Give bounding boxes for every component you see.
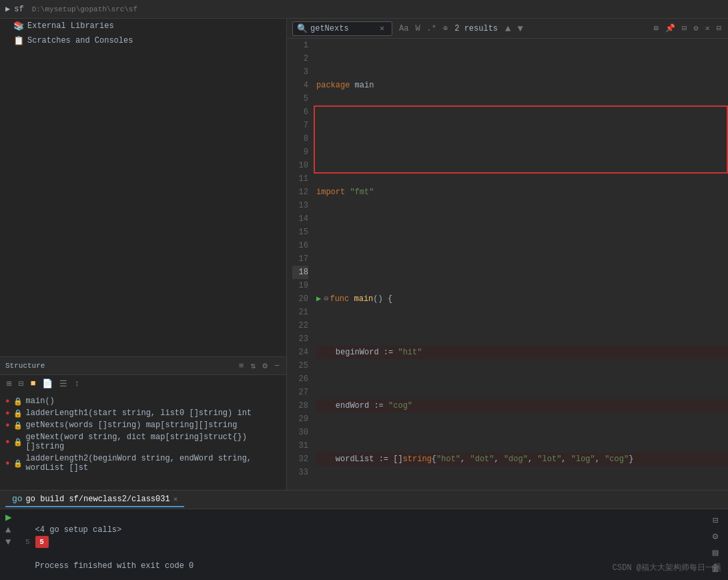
struct-error-icon-4: ● bbox=[5, 459, 10, 467]
struct-collapse-icon[interactable]: ⊟ bbox=[17, 378, 25, 390]
terminal-controls-left: ▶ ▲ ▼ bbox=[5, 512, 25, 577]
structure-content: ● 🔒 main() ● 🔒 ladderLength1(start strin… bbox=[0, 392, 286, 490]
bottom-content: ▶ ▲ ▼ 5 <4 go setup calls> 5 bbox=[0, 509, 728, 580]
struct-lock-icon-3: 🔒 bbox=[13, 438, 23, 447]
ln-33: 33 bbox=[292, 466, 308, 479]
terminal-run-btn[interactable]: ▶ bbox=[5, 512, 20, 524]
search-close-btn[interactable]: ✕ bbox=[704, 22, 711, 35]
bottom-tab-label: go build sf/newclass2/class031 bbox=[26, 495, 170, 504]
code-content-wrapper: package main import "fmt" ▶ ⊖ func main(… bbox=[314, 39, 728, 490]
code-line-7: endWord := "cog" bbox=[316, 399, 728, 412]
struct-view-icon[interactable]: 📄 bbox=[41, 378, 54, 390]
terminal-settings-btn2[interactable]: ⚙ bbox=[713, 531, 718, 543]
sidebar-item-scratches[interactable]: 📋 Scratches and Consoles bbox=[0, 33, 286, 48]
struct-nav-icon[interactable]: ↕ bbox=[73, 378, 81, 390]
sidebar-item-external-libraries[interactable]: 📚 External Libraries bbox=[0, 19, 286, 33]
structure-panel: Structure ≡ ⇅ ⚙ − ⊞ ⊟ ■ 📄 ☰ ↕ ● 🔒 bbox=[0, 356, 286, 490]
search-whole-word-btn[interactable]: W bbox=[414, 23, 421, 35]
struct-lock-icon-0: 🔒 bbox=[13, 397, 23, 406]
terminal-wrap-btn[interactable]: ⊟ bbox=[713, 515, 718, 527]
ln-30: 30 bbox=[292, 426, 308, 439]
editor-area: 🔍 ✕ Aa W .* ⊕ 2 results ▲ ▼ ⊞ 📌 ⊟ ⚙ ✕ bbox=[287, 19, 728, 490]
ln-28: 28 bbox=[292, 399, 308, 412]
terminal-down-btn[interactable]: ▼ bbox=[5, 536, 20, 548]
bottom-tab-build[interactable]: go go build sf/newclass2/class031 ✕ bbox=[5, 492, 184, 507]
external-libraries-label: External Libraries bbox=[27, 21, 114, 31]
code-editor: 1 2 3 4 5 6 7 8 9 10 11 12 13 14 15 16 1… bbox=[287, 39, 728, 490]
term-line-badge: 5 bbox=[35, 536, 708, 548]
struct-item-ladderlength2[interactable]: ● 🔒 ladderLength2(beginWord string, endW… bbox=[0, 453, 286, 474]
ln-18: 18 bbox=[292, 266, 308, 279]
code-line-3: import "fmt" bbox=[316, 186, 728, 199]
struct-item-label-0: main() bbox=[26, 396, 55, 406]
search-settings-btn[interactable]: ⚙ bbox=[692, 22, 699, 35]
term-badge-5: 5 bbox=[35, 536, 49, 548]
struct-expand-icon[interactable]: ⊞ bbox=[5, 378, 13, 390]
search-input-area: 🔍 ✕ bbox=[292, 21, 392, 36]
struct-item-main[interactable]: ● 🔒 main() bbox=[0, 395, 286, 407]
structure-toolbar: ≡ ⇅ ⚙ − bbox=[238, 360, 281, 372]
struct-item-getnext[interactable]: ● 🔒 getNext(word string, dict map[string… bbox=[0, 431, 286, 453]
struct-lock-icon-2: 🔒 bbox=[13, 421, 23, 430]
search-input[interactable] bbox=[310, 24, 377, 33]
struct-item-label-3: getNext(word string, dict map[string]str… bbox=[26, 432, 281, 451]
ln-16: 16 bbox=[292, 239, 308, 252]
struct-item-label-4: ladderLength2(beginWord string, endWord … bbox=[26, 454, 281, 473]
ln-3: 3 bbox=[292, 65, 308, 79]
search-options: Aa W .* ⊕ bbox=[398, 22, 449, 35]
search-extra-btn[interactable]: ⊕ bbox=[442, 22, 449, 35]
struct-lock-icon-1: 🔒 bbox=[13, 409, 23, 418]
search-pin-btn[interactable]: 📌 bbox=[664, 22, 677, 35]
struct-item-label-1: ladderLength1(start string, list0 []stri… bbox=[26, 408, 252, 418]
project-path: ▶ sf D:\mysetup\gopath\src\sf bbox=[5, 4, 137, 14]
bottom-tab-close-btn[interactable]: ✕ bbox=[173, 495, 178, 503]
code-line-1: package main bbox=[316, 79, 728, 92]
ln-24: 24 bbox=[292, 346, 308, 359]
code-content[interactable]: package main import "fmt" ▶ ⊖ func main(… bbox=[314, 39, 728, 490]
ln-6: 6 bbox=[292, 105, 308, 119]
func-marker-5: ⊖ bbox=[324, 292, 328, 306]
struct-sort2-icon[interactable]: ⇅ bbox=[250, 360, 258, 372]
terminal-gear-btn[interactable]: ▤ bbox=[713, 547, 718, 559]
struct-error-icon-3: ● bbox=[5, 438, 10, 446]
structure-header: Structure ≡ ⇅ ⚙ − bbox=[0, 357, 286, 375]
search-navigation: ▲ ▼ bbox=[503, 23, 525, 35]
struct-item-ladderlength1[interactable]: ● 🔒 ladderLength1(start string, list0 []… bbox=[0, 407, 286, 419]
ln-11: 11 bbox=[292, 172, 308, 186]
ln-17: 17 bbox=[292, 252, 308, 266]
terminal-trash-btn[interactable]: 🗑 bbox=[711, 563, 720, 575]
struct-group-icon[interactable]: ■ bbox=[29, 378, 37, 390]
term-line-empty2 bbox=[35, 548, 708, 560]
struct-item-label-2: getNexts(words []string) map[string][]st… bbox=[26, 420, 238, 430]
struct-item-getnexts[interactable]: ● 🔒 getNexts(words []string) map[string]… bbox=[0, 419, 286, 431]
search-extra-icons: ⊞ 📌 ⊟ ⚙ ✕ ⊟ bbox=[653, 22, 723, 35]
search-filter-btn[interactable]: ⊟ bbox=[715, 22, 723, 35]
struct-minimize-icon[interactable]: − bbox=[273, 360, 281, 372]
ln-12: 12 bbox=[292, 186, 308, 199]
term-setup-calls: <4 go setup calls> bbox=[35, 524, 122, 536]
sidebar: 📚 External Libraries 📋 Scratches and Con… bbox=[0, 19, 287, 490]
ln-8: 8 bbox=[292, 132, 308, 146]
code-line-4 bbox=[316, 239, 728, 252]
search-find-all-btn[interactable]: ⊞ bbox=[653, 22, 660, 35]
terminal-output: <4 go setup calls> 5 Process finished wi… bbox=[35, 512, 708, 577]
search-match-case-btn[interactable]: Aa bbox=[398, 23, 410, 35]
ln-10: 10 bbox=[292, 159, 308, 172]
search-clear-icon[interactable]: ✕ bbox=[380, 23, 384, 33]
ln-25: 25 bbox=[292, 359, 308, 372]
sidebar-tree: 📚 External Libraries 📋 Scratches and Con… bbox=[0, 19, 286, 356]
struct-sort-icon[interactable]: ≡ bbox=[238, 360, 246, 372]
ln-1: 1 bbox=[292, 39, 308, 52]
struct-filter-icon[interactable]: ☰ bbox=[58, 378, 69, 390]
term-exit-message: Process finished with exit code 0 bbox=[35, 560, 194, 572]
search-prev-btn[interactable]: ▲ bbox=[503, 23, 512, 35]
ln-15: 15 bbox=[292, 226, 308, 239]
scratches-label: Scratches and Consoles bbox=[27, 36, 133, 45]
search-multi-btn[interactable]: ⊟ bbox=[681, 22, 688, 35]
ln-26: 26 bbox=[292, 372, 308, 386]
struct-settings-icon[interactable]: ⚙ bbox=[261, 360, 269, 372]
main-area: 📚 External Libraries 📋 Scratches and Con… bbox=[0, 19, 728, 490]
search-next-btn[interactable]: ▼ bbox=[515, 23, 524, 35]
search-regex-btn[interactable]: .* bbox=[426, 23, 438, 35]
terminal-up-btn[interactable]: ▲ bbox=[5, 524, 20, 536]
